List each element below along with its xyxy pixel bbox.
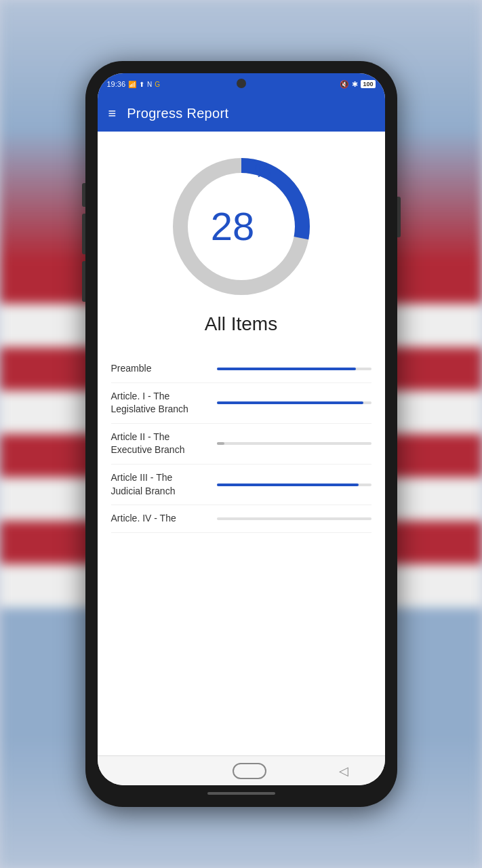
section-label: All Items: [205, 313, 277, 335]
progress-bar-track: [217, 517, 371, 520]
time-display: 19:36: [107, 80, 126, 88]
progress-bar-track: [217, 442, 371, 445]
percent-sign: %: [254, 160, 271, 182]
item-label: Article II - The Executive Branch: [111, 431, 206, 457]
nav-bar: ◁: [98, 755, 385, 785]
power-button: [397, 197, 401, 237]
google-icon: G: [155, 81, 160, 88]
silent-icon: 🔇: [340, 80, 349, 89]
progress-bar-track: [217, 401, 371, 404]
home-button[interactable]: [233, 763, 266, 779]
item-label: Article. I - The Legislative Branch: [111, 390, 206, 416]
bluetooth-icon: ✱: [352, 80, 358, 89]
nfc-icon: N: [147, 81, 152, 88]
phone-screen: 19:36 📶 ⬆ N G 🔇 ✱ 100 ≡ Progress Report: [98, 73, 385, 785]
back-button[interactable]: ◁: [339, 764, 348, 778]
progress-bar-fill: [217, 368, 356, 370]
battery-display: 100: [361, 80, 375, 88]
list-item[interactable]: Article. I - The Legislative Branch: [111, 383, 371, 424]
bottom-bar: [207, 792, 275, 795]
donut-center: 28 %: [167, 152, 316, 301]
phone-device: 19:36 📶 ⬆ N G 🔇 ✱ 100 ≡ Progress Report: [85, 61, 397, 807]
donut-chart: 28 %: [167, 152, 316, 301]
item-label: Article. IV - The: [111, 512, 206, 526]
app-title: Progress Report: [127, 106, 228, 121]
volume-down-button: [82, 214, 85, 254]
menu-button[interactable]: ≡: [108, 106, 117, 121]
progress-bar-fill: [217, 442, 224, 445]
status-left: 19:36 📶 ⬆ N G: [107, 80, 161, 88]
item-label: Preamble: [111, 362, 206, 376]
progress-bar-fill: [217, 484, 359, 486]
wifi-icon: ⬆: [139, 81, 144, 88]
app-bar: ≡ Progress Report: [98, 95, 385, 132]
silent-button: [82, 261, 85, 302]
progress-bar-fill: [217, 401, 364, 404]
percent-number: 28: [211, 207, 255, 246]
status-right: 🔇 ✱ 100: [340, 80, 375, 89]
item-label: Article III - The Judicial Branch: [111, 471, 206, 498]
progress-bar-track: [217, 484, 371, 486]
items-list: Preamble Article. I - The Legislative Br…: [98, 355, 385, 533]
content-area: 28 % All Items Preamble Article. I - The…: [98, 132, 385, 755]
list-item[interactable]: Article II - The Executive Branch: [111, 424, 371, 465]
progress-bar-track: [217, 368, 371, 370]
list-item[interactable]: Article. IV - The: [111, 505, 371, 533]
list-item[interactable]: Article III - The Judicial Branch: [111, 465, 371, 505]
list-item[interactable]: Preamble: [111, 355, 371, 383]
chart-container: 28 % All Items: [98, 132, 385, 355]
volume-up-button: [82, 183, 85, 207]
sim-icon: 📶: [128, 81, 136, 88]
camera: [237, 79, 246, 88]
